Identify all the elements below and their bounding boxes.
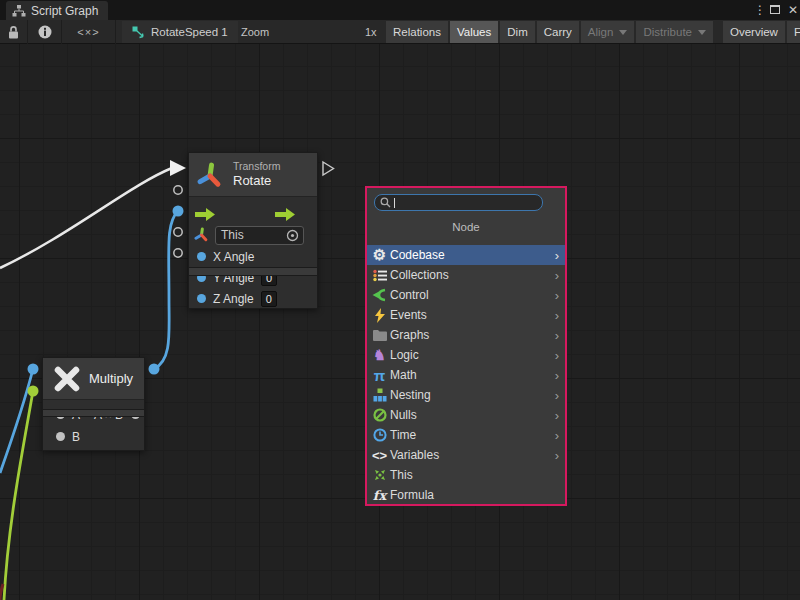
tab-script-graph[interactable]: Script Graph	[6, 1, 108, 20]
this-field-value: This	[221, 228, 286, 242]
lightning-icon	[371, 307, 388, 323]
value-port-icon[interactable]	[56, 432, 65, 441]
multiply-icon	[53, 365, 81, 393]
finder-item-formula[interactable]: fx Formula	[367, 485, 565, 505]
chevron-right-icon: ›	[555, 449, 559, 462]
align-dropdown[interactable]: Align	[581, 21, 635, 43]
collections-icon	[371, 267, 388, 283]
variables-icon: <>	[371, 447, 388, 463]
finder-item-nulls[interactable]: Nulls ›	[367, 405, 565, 425]
exec-input-port[interactable]	[195, 208, 215, 221]
this-row: This	[189, 224, 317, 246]
finder-header: Node	[367, 221, 565, 233]
breadcrumb-label: RotateSpeed 1	[151, 26, 228, 38]
finder-list: ⚙ Codebase › Collections ›	[367, 245, 565, 505]
multiply-node-footer	[42, 409, 145, 417]
chevron-down-icon	[698, 30, 706, 35]
transform-rotate-header[interactable]: Transform Rotate	[189, 153, 317, 197]
window-menu-icon[interactable]: ⋮	[752, 0, 768, 20]
null-icon	[371, 407, 388, 423]
finder-item-collections[interactable]: Collections ›	[367, 265, 565, 285]
full-screen-button[interactable]: Full Screen	[787, 21, 800, 43]
nesting-icon	[371, 387, 388, 403]
graph-toolbar: <×> RotateSpeed 1 Zoom 1x Relations Valu…	[0, 20, 800, 44]
node-title: Multiply	[89, 371, 133, 386]
z-angle-value-field[interactable]: 0	[261, 291, 277, 307]
chevron-right-icon: ›	[555, 269, 559, 282]
lock-icon	[8, 26, 19, 39]
formula-icon: fx	[371, 487, 388, 503]
this-object-field[interactable]: This	[215, 226, 304, 245]
chevron-right-icon: ›	[555, 429, 559, 442]
chevron-right-icon: ›	[555, 329, 559, 342]
info-button[interactable]	[28, 20, 62, 44]
finder-item-variables[interactable]: <> Variables ›	[367, 445, 565, 465]
transform-mini-icon	[194, 227, 209, 243]
zoom-value: 1x	[365, 20, 377, 44]
close-icon[interactable]: ✕	[786, 0, 800, 20]
chevron-right-icon: ›	[555, 409, 559, 422]
finder-item-math[interactable]: π Math ›	[367, 365, 565, 385]
multiply-node[interactable]: Multiply A A × B B	[42, 357, 145, 451]
script-graph-window: Script Graph ⋮ ✕ <×>	[0, 0, 800, 600]
exec-output-port[interactable]	[275, 208, 295, 221]
node-category: Transform	[233, 160, 280, 173]
logic-icon: ♞	[371, 347, 388, 363]
maximize-icon[interactable]	[770, 5, 780, 14]
fuzzy-finder-popup: Node ⚙ Codebase › Collections ›	[365, 186, 567, 506]
gear-icon: ⚙	[371, 247, 388, 263]
port-row-b[interactable]: B	[43, 428, 144, 445]
chevron-right-icon: ›	[555, 349, 559, 362]
transform-rotate-node[interactable]: Transform Rotate	[188, 152, 318, 309]
search-icon	[380, 197, 391, 208]
port-label: B	[72, 430, 80, 444]
code-view-icon: <×>	[77, 26, 99, 38]
finder-item-this[interactable]: This	[367, 465, 565, 485]
graph-node-icon	[132, 26, 145, 39]
chevron-right-icon: ›	[555, 249, 559, 262]
toolbar-button-group: Relations Values Dim Carry Align Distrib…	[386, 21, 800, 43]
finder-item-nesting[interactable]: Nesting ›	[367, 385, 565, 405]
finder-item-logic[interactable]: ♞ Logic ›	[367, 345, 565, 365]
tab-title: Script Graph	[31, 4, 98, 18]
transform-node-footer	[188, 267, 318, 276]
this-icon	[371, 467, 388, 483]
port-label: X Angle	[213, 250, 254, 264]
lock-button[interactable]	[0, 20, 28, 44]
value-port-icon[interactable]	[197, 294, 206, 303]
dim-button[interactable]: Dim	[500, 21, 534, 43]
relations-button[interactable]: Relations	[386, 21, 448, 43]
finder-item-time[interactable]: Time ›	[367, 425, 565, 445]
value-port-icon[interactable]	[197, 252, 206, 261]
node-title: Rotate	[233, 173, 280, 189]
chevron-right-icon: ›	[555, 309, 559, 322]
carry-button[interactable]: Carry	[537, 21, 579, 43]
transform-axis-icon	[197, 161, 223, 189]
tab-bar: Script Graph ⋮ ✕	[0, 0, 800, 20]
chevron-right-icon: ›	[555, 369, 559, 382]
port-row-x-angle[interactable]: X Angle	[189, 248, 317, 265]
chevron-down-icon	[619, 30, 627, 35]
clock-icon	[371, 427, 388, 443]
port-label: Z Angle	[213, 292, 254, 306]
zoom-label: Zoom	[241, 20, 269, 44]
port-row-z-angle[interactable]: Z Angle 0	[189, 290, 317, 307]
finder-item-graphs[interactable]: Graphs ›	[367, 325, 565, 345]
info-icon	[38, 25, 52, 39]
search-input[interactable]	[374, 194, 543, 211]
finder-item-events[interactable]: Events ›	[367, 305, 565, 325]
breadcrumb-rotatespeed[interactable]: RotateSpeed 1	[122, 21, 238, 43]
finder-item-codebase[interactable]: ⚙ Codebase ›	[367, 245, 565, 265]
code-view-button[interactable]: <×>	[62, 20, 116, 44]
multiply-header[interactable]: Multiply	[43, 358, 144, 400]
distribute-dropdown[interactable]: Distribute	[636, 21, 713, 43]
pi-icon: π	[371, 367, 388, 383]
text-cursor	[394, 198, 395, 208]
control-icon	[371, 287, 388, 303]
finder-item-control[interactable]: Control ›	[367, 285, 565, 305]
chevron-right-icon: ›	[555, 289, 559, 302]
values-button[interactable]: Values	[450, 21, 498, 43]
graph-asset-icon	[12, 5, 26, 17]
overview-button[interactable]: Overview	[723, 21, 785, 43]
object-picker-icon[interactable]	[286, 229, 299, 242]
